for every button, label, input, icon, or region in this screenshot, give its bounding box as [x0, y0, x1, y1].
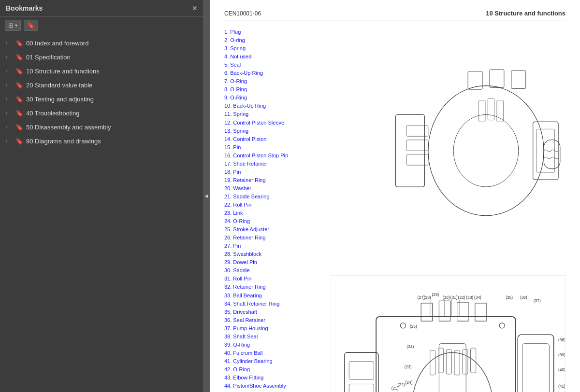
parts-list: 1. Plug2. O-ring3. Spring4. Not used5. S…: [224, 28, 321, 392]
bookmark-item-01[interactable]: › 🔖 01 Specification: [0, 50, 203, 64]
part-item: 24. O-Ring: [224, 217, 321, 225]
sidebar-header: Bookmarks ×: [0, 0, 203, 17]
svg-text:(37): (37): [534, 298, 541, 303]
part-item: 41. Cylinder Bearing: [224, 357, 321, 365]
bookmark-icon: 🔖: [27, 22, 35, 29]
sidebar-toolbar: ⊞ ▾ 🔖: [0, 17, 203, 34]
part-item: 2. O-ring: [224, 36, 321, 44]
part-item: 27. Pin: [224, 242, 321, 250]
svg-rect-135: [475, 303, 486, 321]
close-button[interactable]: ×: [192, 4, 197, 13]
diagram-svg: 29 27 28 26 30 31 32 33 34 35 36 37 38 3…: [331, 28, 566, 273]
part-item: 42. O-Ring: [224, 365, 321, 374]
part-item: 40. Fulcrum Ball: [224, 349, 321, 357]
part-item: 5. Seal: [224, 61, 321, 69]
svg-rect-139: [454, 350, 460, 375]
bookmark-label: 01 Specification: [26, 54, 198, 61]
chevron-icon: ›: [6, 97, 13, 102]
bookmark-search-button[interactable]: 🔖: [24, 20, 38, 31]
collapse-handle[interactable]: ◄: [203, 0, 210, 392]
svg-point-144: [400, 323, 406, 328]
svg-rect-132: [421, 303, 432, 321]
part-item: 15. Pin: [224, 143, 321, 152]
bookmark-icon: 🔖: [15, 124, 23, 131]
part-item: 43. Elbow Fitting: [224, 374, 321, 382]
bookmark-label: 10 Structure and functions: [26, 68, 198, 75]
svg-text:(24): (24): [406, 380, 413, 385]
part-item: 34. Shaft Retainer Ring: [224, 300, 321, 308]
part-item: 29. Dowel Pin: [224, 258, 321, 266]
doc-id: CEN10001-06: [224, 10, 261, 17]
bookmark-list: › 🔖 00 Index and foreword › 🔖 01 Specifi…: [0, 34, 203, 392]
part-item: 21. Saddle Bearing: [224, 193, 321, 201]
bookmark-item-30[interactable]: › 🔖 30 Testing and adjusting: [0, 92, 203, 106]
svg-rect-131: [522, 344, 550, 392]
svg-text:(32): (32): [458, 294, 465, 299]
svg-point-145: [499, 323, 505, 328]
chevron-icon: ›: [6, 83, 13, 88]
part-item: 1. Plug: [224, 28, 321, 36]
part-item: 25. Stroke Adjuster: [224, 225, 321, 234]
svg-text:(36): (36): [520, 294, 527, 299]
part-item: 17. Shoe Retainer: [224, 160, 321, 168]
document-page: CEN10001-06 10 Structure and functions 1…: [210, 0, 580, 392]
svg-text:(35): (35): [506, 294, 513, 299]
bookmark-label: 20 Standard value table: [26, 82, 198, 89]
bookmark-item-90[interactable]: › 🔖 90 Diagrams and drawings: [0, 134, 203, 148]
svg-text:(30): (30): [443, 294, 450, 299]
part-item: 28. Swashblock: [224, 250, 321, 258]
doc-body: 1. Plug2. O-ring3. Spring4. Not used5. S…: [224, 28, 566, 392]
main-content: CEN10001-06 10 Structure and functions 1…: [210, 0, 580, 392]
svg-rect-124: [439, 344, 466, 392]
part-item: 4. Not used: [224, 53, 321, 61]
part-item: 38. Shaft Seal: [224, 333, 321, 341]
pump-diagram: (27) (28) (29) (30) (31) (32) (33) (34) …: [331, 275, 566, 392]
part-item: 10. Back-Up Ring: [224, 102, 321, 110]
svg-text:(39): (39): [558, 352, 565, 357]
bookmark-item-50[interactable]: › 🔖 50 Disassembly and assembly: [0, 120, 203, 134]
bookmark-label: 00 Index and foreword: [26, 40, 198, 47]
svg-rect-134: [457, 302, 468, 321]
diagram-area: 29 27 28 26 30 31 32 33 34 35 36 37 38 3…: [331, 28, 566, 392]
part-item: 16. Control Piston Stop Pin: [224, 152, 321, 160]
chevron-icon: ›: [6, 125, 13, 130]
svg-text:(33): (33): [466, 294, 473, 299]
bookmark-icon: 🔖: [15, 82, 23, 89]
bookmark-icon: 🔖: [15, 96, 23, 103]
svg-text:(31): (31): [450, 294, 458, 299]
part-item: 7. O-Ring: [224, 77, 321, 85]
bookmark-item-00[interactable]: › 🔖 00 Index and foreword: [0, 36, 203, 50]
svg-text:(25): (25): [410, 324, 417, 329]
part-item: 37. Pump Housing: [224, 324, 321, 333]
chevron-icon: ›: [6, 41, 13, 46]
bookmark-label: 30 Testing and adjusting: [26, 96, 198, 103]
svg-text:(21): (21): [392, 385, 399, 390]
bookmark-item-10[interactable]: › 🔖 10 Structure and functions: [0, 64, 203, 78]
part-item: 9. O-Ring: [224, 94, 321, 102]
bookmark-item-20[interactable]: › 🔖 20 Standard value table: [0, 78, 203, 92]
bookmark-icon: 🔖: [15, 40, 23, 47]
svg-text:(22): (22): [398, 382, 405, 387]
part-item: 18. Pin: [224, 168, 321, 176]
svg-text:(38): (38): [558, 337, 565, 342]
chevron-icon: ›: [6, 69, 13, 74]
svg-text:(34): (34): [474, 294, 481, 299]
svg-text:(28): (28): [424, 294, 431, 299]
doc-header: CEN10001-06 10 Structure and functions: [224, 10, 566, 20]
expand-chevron: ▾: [15, 23, 17, 28]
expand-all-button[interactable]: ⊞ ▾: [5, 20, 21, 31]
part-item: 22. Roll Pin: [224, 201, 321, 209]
sidebar: Bookmarks × ⊞ ▾ 🔖 › 🔖 00 Index and forew…: [0, 0, 203, 392]
part-item: 19. Retainer Ring: [224, 176, 321, 184]
svg-rect-127: [349, 384, 374, 392]
svg-rect-136: [430, 350, 435, 375]
part-item: 31. Roll Pin: [224, 275, 321, 283]
bookmark-icon: 🔖: [15, 138, 23, 145]
part-item: 13. Spring: [224, 127, 321, 135]
collapse-icon: ◄: [203, 193, 209, 199]
svg-text:(24): (24): [406, 344, 414, 349]
bookmark-item-40[interactable]: › 🔖 40 Troubleshooting: [0, 106, 203, 120]
bookmark-icon: 🔖: [15, 110, 23, 117]
svg-rect-125: [345, 352, 378, 392]
part-item: 26. Retainer Ring: [224, 234, 321, 242]
